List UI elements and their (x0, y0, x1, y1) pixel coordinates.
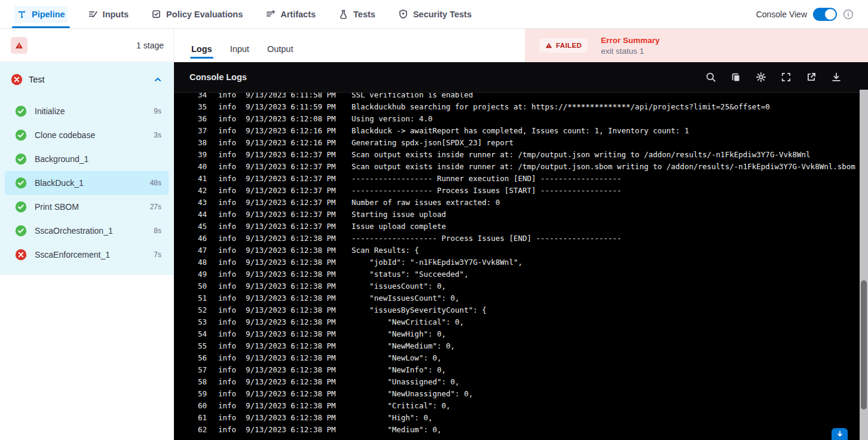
step-success-icon (15, 153, 27, 165)
console-toolbar (705, 72, 852, 82)
scrollbar-thumb[interactable] (861, 280, 867, 410)
log-line-34: 34info9/13/2023 6:11:58 PMSSL verificati… (174, 93, 868, 100)
error-summary-message: exit status 1 (601, 47, 659, 56)
log-line-58: 58info9/13/2023 6:12:38 PM "Unassigned":… (174, 375, 868, 387)
download-icon[interactable] (831, 72, 842, 82)
log-level: info (218, 329, 237, 338)
toggle-knob (825, 9, 836, 20)
pipeline-execution-page: PipelineInputsPolicy EvaluationsArtifact… (0, 0, 868, 440)
log-timestamp: 9/13/2023 6:12:38 PM (246, 413, 339, 422)
copy-icon[interactable] (731, 72, 741, 82)
step-success-icon (15, 201, 27, 213)
nav-tab-policy-evaluations[interactable]: Policy Evaluations (149, 0, 245, 28)
fullscreen-icon[interactable] (781, 72, 791, 82)
log-level: info (218, 126, 237, 135)
log-message: "NewCritical": 0, (352, 317, 464, 326)
step-initialize[interactable]: Initialize9s (5, 99, 169, 123)
log-message: "jobId": "-n1FkEpdiw3Y7G-Vvk8Wnl", (352, 258, 522, 267)
step-duration: 7s (154, 250, 161, 259)
step-print-sbom[interactable]: Print SBOM27s (5, 195, 169, 219)
log-timestamp: 9/13/2023 6:12:37 PM (246, 222, 339, 231)
log-line-56: 56info9/13/2023 6:12:38 PM "NewLow": 0, (174, 352, 868, 363)
console-view-toggle[interactable] (813, 8, 837, 21)
step-blackduck-1[interactable]: BlackDuck_148s (5, 171, 169, 195)
log-message: "Critical": 0, (352, 401, 451, 410)
log-line-number: 56 (198, 353, 210, 362)
log-message: "status": "Succeeded", (352, 270, 469, 279)
log-line-number: 54 (198, 329, 210, 338)
log-message: "NewMedium": 0, (352, 341, 455, 350)
step-clone-codebase[interactable]: Clone codebase3s (5, 123, 169, 147)
step-background-1[interactable]: Background_1 (5, 147, 169, 171)
settings-icon[interactable] (756, 72, 766, 82)
nav-tab-inputs[interactable]: Inputs (85, 0, 132, 28)
log-message: "newIssuesCount": 0, (352, 294, 460, 302)
log-message: Starting issue upload (352, 210, 446, 219)
info-icon[interactable] (843, 9, 854, 20)
log-timestamp: 9/13/2023 6:12:38 PM (246, 258, 339, 267)
log-line-number: 57 (198, 365, 210, 374)
scroll-to-bottom-button[interactable] (832, 428, 848, 440)
log-message: Scan output exists inside runner at: /tm… (352, 150, 811, 159)
console-log-area[interactable]: 34info9/13/2023 6:11:58 PMSSL verificati… (174, 93, 868, 440)
step-label: Background_1 (35, 154, 154, 164)
tab-output[interactable]: Output (266, 44, 295, 62)
log-level: info (218, 186, 237, 195)
log-line-36: 36info9/13/2023 6:12:08 PMUsing version:… (174, 112, 868, 124)
log-message: ------------------ Runner execution [END… (352, 174, 622, 183)
nav-tab-security-tests[interactable]: Security Tests (396, 0, 474, 28)
log-line-number: 45 (198, 222, 210, 231)
log-level: info (218, 413, 237, 422)
log-line-number: 37 (198, 126, 210, 135)
log-line-40: 40info9/13/2023 6:12:37 PMScan output ex… (174, 160, 868, 172)
search-icon[interactable] (705, 72, 716, 82)
log-timestamp: 9/13/2023 6:11:58 PM (246, 93, 339, 99)
log-timestamp: 9/13/2023 6:12:08 PM (246, 114, 339, 123)
log-timestamp: 9/13/2023 6:12:37 PM (246, 150, 339, 159)
log-line-number: 59 (198, 389, 210, 398)
step-sscaorchestration-1[interactable]: SscaOrchestration_18s (5, 219, 169, 243)
nav-tab-tests[interactable]: Tests (336, 0, 378, 28)
console-view-control: Console View (756, 8, 854, 21)
step-sscaenforcement-1[interactable]: SscaEnforcement_17s (5, 243, 169, 267)
log-timestamp: 9/13/2023 6:12:38 PM (246, 389, 339, 398)
nav-tab-pipeline[interactable]: Pipeline (14, 0, 68, 28)
log-message: Generating spdx-json[SPDX_23] report (352, 138, 514, 147)
log-line-number: 58 (198, 377, 210, 386)
log-level: info (218, 198, 237, 207)
main-top-bar: LogsInputOutput FAILED Error Summary exi… (174, 29, 868, 62)
tab-input[interactable]: Input (229, 44, 250, 62)
console-header: Console Logs (174, 62, 868, 93)
log-level: info (218, 102, 237, 111)
log-message: Blackduckhub searching for projects at: … (352, 102, 770, 111)
log-level: info (218, 174, 237, 183)
log-level: info (218, 317, 237, 326)
log-line-number: 51 (198, 294, 210, 302)
log-message: Using version: 4.0 (352, 114, 432, 123)
log-line-number: 43 (198, 198, 210, 207)
stage-row-test[interactable]: Test (0, 62, 173, 97)
log-line-44: 44info9/13/2023 6:12:37 PMStarting issue… (174, 208, 868, 220)
open-in-new-icon[interactable] (806, 72, 817, 82)
tab-logs[interactable]: Logs (190, 44, 213, 62)
log-level: info (218, 389, 237, 398)
log-line-number: 35 (198, 102, 210, 111)
log-timestamp: 9/13/2023 6:12:38 PM (246, 365, 339, 374)
log-line-39: 39info9/13/2023 6:12:37 PMScan output ex… (174, 148, 868, 160)
log-level: info (218, 114, 237, 123)
console-scrollbar[interactable] (860, 90, 868, 440)
log-message: "issuesBySeverityCount": { (352, 305, 487, 314)
nav-tab-artifacts[interactable]: Artifacts (263, 0, 318, 28)
chevron-up-icon[interactable] (153, 75, 163, 84)
log-timestamp: 9/13/2023 6:12:38 PM (246, 317, 339, 326)
nav-tab-label: Tests (353, 10, 375, 19)
log-level: info (218, 246, 237, 255)
log-level: info (218, 210, 237, 219)
log-line-52: 52info9/13/2023 6:12:38 PM "issuesBySeve… (174, 304, 868, 316)
log-message: Scan output exists inside runner at: /tm… (352, 162, 855, 171)
sidebar-header: 1 stage (0, 29, 173, 62)
log-line-number: 62 (198, 425, 210, 434)
log-line-43: 43info9/13/2023 6:12:37 PMNumber of raw … (174, 196, 868, 208)
log-message: "NewHigh": 0, (352, 329, 446, 338)
log-line-number: 47 (198, 246, 210, 255)
